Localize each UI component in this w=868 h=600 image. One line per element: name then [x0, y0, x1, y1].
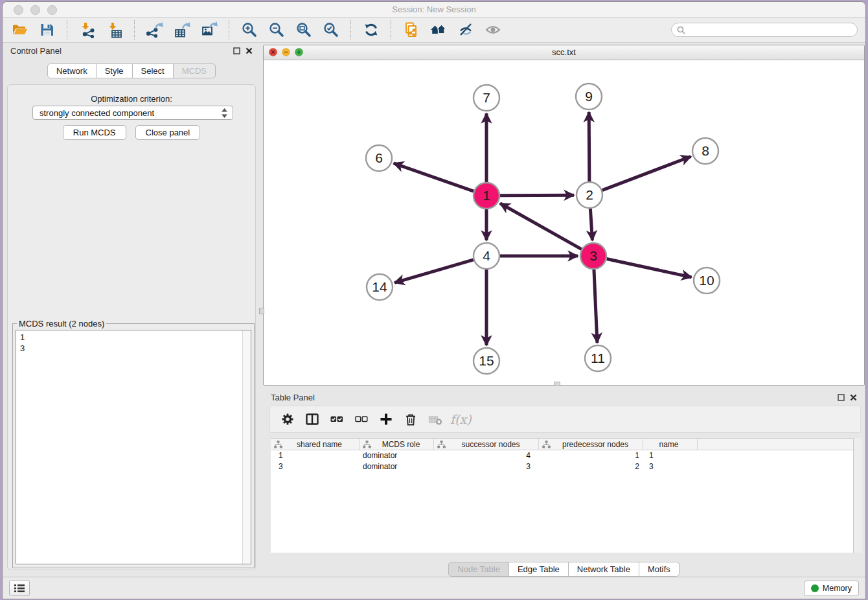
table-cell[interactable]: 3: [434, 461, 539, 472]
criterion-selected-value: strongly connected component: [40, 108, 154, 118]
table-cell[interactable]: 1: [271, 450, 360, 461]
horizontal-splitter-handle[interactable]: [554, 382, 560, 386]
search-input[interactable]: [689, 25, 852, 36]
tab-motifs[interactable]: Motifs: [639, 562, 680, 577]
task-history-button[interactable]: [9, 580, 30, 596]
criterion-select[interactable]: strongly connected component: [32, 106, 233, 120]
float-panel-icon[interactable]: [233, 47, 240, 54]
add-icon: [379, 412, 393, 426]
vertical-splitter-handle[interactable]: [259, 308, 264, 314]
table-cell[interactable]: 1: [643, 450, 698, 461]
open-folder-icon: [12, 21, 29, 38]
network-window-titlebar[interactable]: scc.txt: [264, 45, 864, 60]
export-network-button[interactable]: [144, 19, 165, 40]
table-cell[interactable]: dominator: [360, 450, 434, 461]
column-header-shared-name[interactable]: shared name: [271, 439, 360, 450]
node-label-10: 10: [699, 273, 714, 288]
edge-1-2[interactable]: [500, 195, 574, 196]
task-list-icon: [14, 583, 25, 594]
edge-2-3[interactable]: [590, 209, 592, 240]
select-all-button[interactable]: [326, 409, 348, 430]
node-label-7: 7: [483, 90, 490, 105]
edge-3-11[interactable]: [594, 270, 597, 343]
delete-table-button[interactable]: [424, 409, 446, 430]
run-mcds-button[interactable]: Run MCDS: [63, 125, 126, 140]
memory-button[interactable]: Memory: [804, 581, 859, 596]
column-header-predecessor-nodes[interactable]: predecessor nodes: [539, 439, 643, 450]
save-icon: [39, 21, 56, 38]
table-cell[interactable]: 3: [271, 461, 360, 472]
edge-2-9[interactable]: [589, 112, 589, 181]
tab-network[interactable]: Network: [47, 63, 97, 78]
clone-network-button[interactable]: [401, 19, 422, 40]
edge-2-8[interactable]: [602, 157, 691, 190]
refresh-button[interactable]: [361, 19, 382, 40]
table-cell[interactable]: 1: [539, 450, 643, 461]
column-header-successor-nodes[interactable]: successor nodes: [434, 439, 539, 450]
hide-visibility-button[interactable]: [455, 19, 476, 40]
status-bar: Memory: [3, 577, 865, 599]
trash-button[interactable]: [400, 409, 422, 430]
edge-3-10[interactable]: [607, 259, 692, 277]
tab-edge-table[interactable]: Edge Table: [509, 562, 569, 577]
import-table-button[interactable]: [104, 19, 125, 40]
function-builder-icon[interactable]: f(x): [450, 412, 472, 426]
export-table-icon: [174, 21, 190, 38]
column-header-name[interactable]: name: [643, 439, 698, 450]
table-row[interactable]: 3dominator323: [271, 461, 862, 472]
memory-status-dot: [811, 584, 819, 592]
tab-network-table[interactable]: Network Table: [569, 562, 639, 577]
zoom-fit-button[interactable]: [293, 19, 314, 40]
float-table-panel-icon[interactable]: [838, 394, 845, 401]
export-image-button[interactable]: [199, 19, 220, 40]
deselect-all-button[interactable]: [350, 409, 372, 430]
table-cell[interactable]: dominator: [360, 461, 434, 472]
add-button[interactable]: [375, 409, 397, 430]
node-label-11: 11: [591, 351, 605, 365]
node-label-15: 15: [479, 353, 494, 368]
zoom-out-icon: [268, 21, 285, 38]
tab-mcds[interactable]: MCDS: [174, 63, 216, 78]
home-button[interactable]: [428, 19, 449, 40]
edge-1-6[interactable]: [394, 163, 474, 191]
table-cell[interactable]: 4: [434, 450, 539, 461]
close-table-panel-icon[interactable]: [850, 394, 857, 401]
export-table-button[interactable]: [172, 19, 192, 40]
mcds-result-title: MCDS result (2 nodes): [17, 319, 106, 329]
tab-select[interactable]: Select: [133, 63, 174, 78]
table-scrollbar[interactable]: [853, 438, 862, 553]
network-canvas[interactable]: 7968124314101511: [264, 60, 863, 384]
table-cell[interactable]: 3: [643, 461, 698, 472]
gear-button[interactable]: [277, 409, 299, 430]
table-cell[interactable]: 2: [539, 461, 643, 472]
zoom-selected-icon: [323, 21, 339, 38]
table-row[interactable]: 1dominator411: [271, 450, 862, 461]
mcds-result-text[interactable]: 13: [16, 330, 242, 564]
toolbar-separator: [391, 20, 392, 40]
mcds-result-line: 3: [20, 343, 238, 354]
tab-node-table[interactable]: Node Table: [448, 562, 509, 577]
workspace: Control Panel NetworkStyleSelectMCDS Opt…: [3, 42, 865, 577]
import-network-button[interactable]: [77, 19, 98, 40]
zoom-in-button[interactable]: [239, 19, 260, 40]
node-label-2: 2: [586, 187, 593, 202]
node-label-4: 4: [483, 248, 490, 263]
search-box[interactable]: [671, 23, 858, 37]
tab-style[interactable]: Style: [97, 63, 133, 78]
result-scrollbar[interactable]: [242, 330, 251, 564]
control-panel-header: Control Panel: [3, 42, 260, 59]
refresh-icon: [363, 21, 380, 38]
open-folder-button[interactable]: [10, 19, 30, 40]
network-title: scc.txt: [264, 45, 864, 60]
zoom-out-button[interactable]: [266, 19, 287, 40]
edge-4-14[interactable]: [394, 260, 474, 283]
zoom-selected-button[interactable]: [321, 19, 341, 40]
close-panel-button[interactable]: Close panel: [135, 125, 201, 140]
save-button[interactable]: [37, 19, 58, 40]
edge-3-1[interactable]: [500, 203, 582, 249]
split-columns-button[interactable]: [301, 409, 323, 430]
column-header-MCDS-role[interactable]: MCDS role: [360, 439, 434, 450]
column-type-icon: [437, 441, 446, 448]
close-panel-icon[interactable]: [246, 47, 253, 54]
show-visibility-button[interactable]: [483, 19, 503, 40]
